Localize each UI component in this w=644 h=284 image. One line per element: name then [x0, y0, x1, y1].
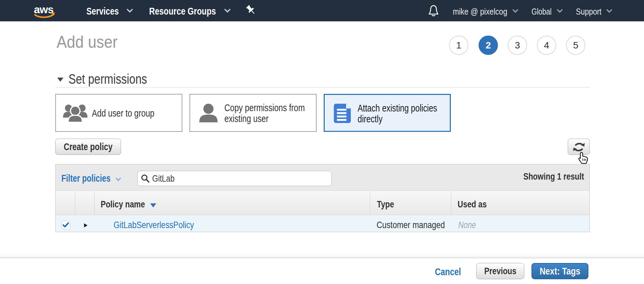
svg-text:aws: aws: [34, 3, 54, 16]
